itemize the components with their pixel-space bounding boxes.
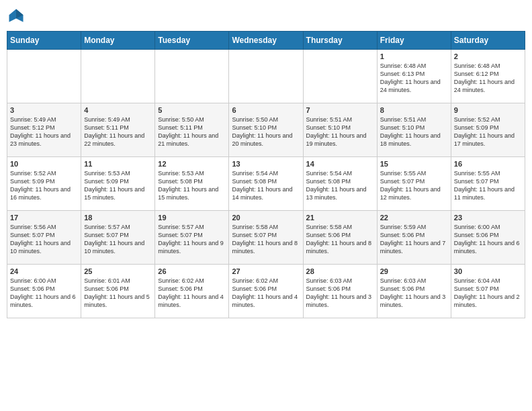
- day-header-monday: Monday: [81, 32, 155, 50]
- day-number: 15: [380, 160, 448, 168]
- calendar-cell: 3Sunrise: 5:49 AM Sunset: 5:12 PM Daylig…: [7, 103, 81, 157]
- day-header-tuesday: Tuesday: [155, 32, 229, 50]
- day-header-friday: Friday: [377, 32, 451, 50]
- calendar-cell: 27Sunrise: 6:02 AM Sunset: 5:06 PM Dayli…: [229, 265, 303, 318]
- day-info: Sunrise: 6:03 AM Sunset: 5:06 PM Dayligh…: [380, 277, 448, 310]
- calendar-cell: 9Sunrise: 5:52 AM Sunset: 5:09 PM Daylig…: [451, 103, 525, 157]
- calendar-cell: 8Sunrise: 5:51 AM Sunset: 5:10 PM Daylig…: [377, 103, 451, 157]
- calendar-cell: 4Sunrise: 5:49 AM Sunset: 5:11 PM Daylig…: [81, 103, 155, 157]
- day-number: 7: [306, 106, 374, 114]
- day-number: 8: [380, 106, 448, 114]
- day-number: 27: [232, 267, 300, 275]
- day-number: 19: [158, 214, 226, 222]
- calendar-cell: 29Sunrise: 6:03 AM Sunset: 5:06 PM Dayli…: [377, 265, 451, 318]
- day-number: 20: [232, 214, 300, 222]
- calendar-week-3: 10Sunrise: 5:52 AM Sunset: 5:09 PM Dayli…: [7, 157, 525, 211]
- day-info: Sunrise: 5:55 AM Sunset: 5:07 PM Dayligh…: [380, 169, 448, 202]
- day-number: 16: [454, 160, 522, 168]
- day-number: 25: [84, 267, 152, 275]
- day-info: Sunrise: 5:57 AM Sunset: 5:07 PM Dayligh…: [158, 223, 226, 256]
- day-number: 21: [306, 214, 374, 222]
- calendar-cell: 10Sunrise: 5:52 AM Sunset: 5:09 PM Dayli…: [7, 157, 81, 211]
- calendar-cell: 5Sunrise: 5:50 AM Sunset: 5:11 PM Daylig…: [155, 103, 229, 157]
- day-info: Sunrise: 6:48 AM Sunset: 6:12 PM Dayligh…: [454, 62, 522, 95]
- day-number: 29: [380, 267, 448, 275]
- day-number: 26: [158, 267, 226, 275]
- logo-icon: [7, 7, 26, 26]
- calendar-cell: 19Sunrise: 5:57 AM Sunset: 5:07 PM Dayli…: [155, 211, 229, 265]
- day-header-sunday: Sunday: [7, 32, 81, 50]
- day-info: Sunrise: 5:52 AM Sunset: 5:09 PM Dayligh…: [10, 169, 78, 202]
- day-number: 23: [454, 214, 522, 222]
- calendar-cell: 15Sunrise: 5:55 AM Sunset: 5:07 PM Dayli…: [377, 157, 451, 211]
- calendar-cell: [7, 50, 81, 103]
- day-info: Sunrise: 5:54 AM Sunset: 5:08 PM Dayligh…: [306, 169, 374, 202]
- day-info: Sunrise: 5:51 AM Sunset: 5:10 PM Dayligh…: [380, 116, 448, 148]
- day-info: Sunrise: 6:03 AM Sunset: 5:06 PM Dayligh…: [306, 277, 374, 310]
- day-info: Sunrise: 5:50 AM Sunset: 5:10 PM Dayligh…: [232, 116, 300, 148]
- calendar-cell: 30Sunrise: 6:04 AM Sunset: 5:07 PM Dayli…: [451, 265, 525, 318]
- day-number: 9: [454, 106, 522, 114]
- calendar-cell: 16Sunrise: 5:55 AM Sunset: 5:07 PM Dayli…: [451, 157, 525, 211]
- day-info: Sunrise: 5:59 AM Sunset: 5:06 PM Dayligh…: [380, 223, 448, 256]
- calendar-cell: 14Sunrise: 5:54 AM Sunset: 5:08 PM Dayli…: [303, 157, 377, 211]
- calendar-cell: 17Sunrise: 5:56 AM Sunset: 5:07 PM Dayli…: [7, 211, 81, 265]
- day-number: 22: [380, 214, 448, 222]
- day-info: Sunrise: 6:48 AM Sunset: 6:13 PM Dayligh…: [380, 62, 448, 95]
- calendar-week-1: 1Sunrise: 6:48 AM Sunset: 6:13 PM Daylig…: [7, 50, 525, 103]
- day-info: Sunrise: 5:50 AM Sunset: 5:11 PM Dayligh…: [158, 116, 226, 148]
- calendar-cell: 7Sunrise: 5:51 AM Sunset: 5:10 PM Daylig…: [303, 103, 377, 157]
- day-number: 4: [84, 106, 152, 114]
- day-header-thursday: Thursday: [303, 32, 377, 50]
- day-info: Sunrise: 5:52 AM Sunset: 5:09 PM Dayligh…: [454, 116, 522, 148]
- calendar-cell: [81, 50, 155, 103]
- calendar-cell: [155, 50, 229, 103]
- calendar-cell: [303, 50, 377, 103]
- day-info: Sunrise: 5:56 AM Sunset: 5:07 PM Dayligh…: [10, 223, 78, 256]
- day-number: 5: [158, 106, 226, 114]
- day-info: Sunrise: 5:53 AM Sunset: 5:08 PM Dayligh…: [158, 169, 226, 202]
- day-number: 18: [84, 214, 152, 222]
- day-info: Sunrise: 5:49 AM Sunset: 5:11 PM Dayligh…: [84, 116, 152, 148]
- calendar-cell: 12Sunrise: 5:53 AM Sunset: 5:08 PM Dayli…: [155, 157, 229, 211]
- day-info: Sunrise: 6:02 AM Sunset: 5:06 PM Dayligh…: [232, 277, 300, 310]
- calendar-cell: 1Sunrise: 6:48 AM Sunset: 6:13 PM Daylig…: [377, 50, 451, 103]
- calendar-cell: 21Sunrise: 5:58 AM Sunset: 5:06 PM Dayli…: [303, 211, 377, 265]
- calendar-week-4: 17Sunrise: 5:56 AM Sunset: 5:07 PM Dayli…: [7, 211, 525, 265]
- calendar-week-5: 24Sunrise: 6:00 AM Sunset: 5:06 PM Dayli…: [7, 265, 525, 318]
- calendar-cell: 2Sunrise: 6:48 AM Sunset: 6:12 PM Daylig…: [451, 50, 525, 103]
- day-number: 24: [10, 267, 78, 275]
- calendar-cell: 13Sunrise: 5:54 AM Sunset: 5:08 PM Dayli…: [229, 157, 303, 211]
- calendar-week-2: 3Sunrise: 5:49 AM Sunset: 5:12 PM Daylig…: [7, 103, 525, 157]
- day-number: 10: [10, 160, 78, 168]
- calendar-cell: [229, 50, 303, 103]
- day-info: Sunrise: 5:51 AM Sunset: 5:10 PM Dayligh…: [306, 116, 374, 148]
- day-info: Sunrise: 6:04 AM Sunset: 5:07 PM Dayligh…: [454, 277, 522, 310]
- calendar-cell: 24Sunrise: 6:00 AM Sunset: 5:06 PM Dayli…: [7, 265, 81, 318]
- day-number: 3: [10, 106, 78, 114]
- calendar-cell: 11Sunrise: 5:53 AM Sunset: 5:09 PM Dayli…: [81, 157, 155, 211]
- day-info: Sunrise: 5:58 AM Sunset: 5:07 PM Dayligh…: [232, 223, 300, 256]
- calendar-cell: 22Sunrise: 5:59 AM Sunset: 5:06 PM Dayli…: [377, 211, 451, 265]
- day-number: 14: [306, 160, 374, 168]
- day-number: 1: [380, 52, 448, 60]
- day-info: Sunrise: 5:53 AM Sunset: 5:09 PM Dayligh…: [84, 169, 152, 202]
- day-number: 17: [10, 214, 78, 222]
- calendar-cell: 28Sunrise: 6:03 AM Sunset: 5:06 PM Dayli…: [303, 265, 377, 318]
- day-number: 2: [454, 52, 522, 60]
- day-number: 28: [306, 267, 374, 275]
- day-header-saturday: Saturday: [451, 32, 525, 50]
- day-info: Sunrise: 6:01 AM Sunset: 5:06 PM Dayligh…: [84, 277, 152, 310]
- calendar-header-row: SundayMondayTuesdayWednesdayThursdayFrid…: [7, 32, 525, 50]
- day-number: 6: [232, 106, 300, 114]
- day-info: Sunrise: 6:00 AM Sunset: 5:06 PM Dayligh…: [454, 223, 522, 256]
- day-info: Sunrise: 6:00 AM Sunset: 5:06 PM Dayligh…: [10, 277, 78, 310]
- day-number: 30: [454, 267, 522, 275]
- day-header-wednesday: Wednesday: [229, 32, 303, 50]
- day-number: 12: [158, 160, 226, 168]
- day-info: Sunrise: 6:02 AM Sunset: 5:06 PM Dayligh…: [158, 277, 226, 310]
- calendar-cell: 18Sunrise: 5:57 AM Sunset: 5:07 PM Dayli…: [81, 211, 155, 265]
- day-info: Sunrise: 5:54 AM Sunset: 5:08 PM Dayligh…: [232, 169, 300, 202]
- calendar-table: SundayMondayTuesdayWednesdayThursdayFrid…: [7, 31, 525, 318]
- calendar-cell: 23Sunrise: 6:00 AM Sunset: 5:06 PM Dayli…: [451, 211, 525, 265]
